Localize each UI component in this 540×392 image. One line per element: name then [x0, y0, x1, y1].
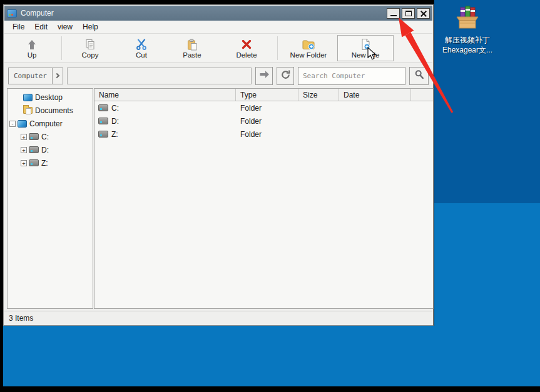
- file-type: Folder: [236, 130, 298, 139]
- desktop-icon: [23, 94, 33, 101]
- tree-item-drive-c[interactable]: + C:: [8, 130, 93, 143]
- paste-button-label: Paste: [183, 51, 201, 59]
- column-header-filler: [411, 89, 433, 101]
- file-row-drive-c[interactable]: C: Folder: [94, 101, 433, 114]
- up-button-label: Up: [28, 51, 37, 59]
- drive-icon: [29, 133, 39, 140]
- folder-plus-icon: [302, 38, 315, 51]
- expand-expander[interactable]: +: [21, 134, 27, 140]
- close-button[interactable]: [417, 8, 430, 19]
- clipboard-icon: [186, 38, 198, 51]
- menu-bar: File Edit view Help: [4, 21, 432, 34]
- search-button[interactable]: [409, 67, 429, 85]
- titlebar[interactable]: Computer: [4, 6, 432, 21]
- app-icon: [7, 9, 17, 18]
- delete-button-label: Delete: [236, 51, 257, 59]
- cut-button[interactable]: Cut: [116, 35, 166, 61]
- toolbar-separator: [277, 36, 278, 60]
- copy-icon: [84, 38, 96, 51]
- copy-button-label: Copy: [82, 51, 99, 59]
- status-bar: 3 Items: [4, 311, 432, 324]
- column-header-size[interactable]: Size: [298, 89, 339, 101]
- search-magnifier-icon: [414, 69, 424, 82]
- new-file-button-label: New File: [352, 51, 380, 59]
- tree-item-label: C:: [41, 133, 49, 141]
- tree-item-label: Desktop: [35, 93, 63, 102]
- refresh-button[interactable]: [277, 67, 294, 85]
- toolbar: Up Copy Cut Paste: [4, 34, 432, 63]
- menu-edit[interactable]: Edit: [29, 21, 53, 33]
- expand-expander[interactable]: +: [21, 160, 27, 166]
- computer-icon: [18, 120, 27, 128]
- file-list: Name Type Size Date C: Folder D: Folder …: [94, 88, 434, 309]
- list-header: Name Type Size Date: [94, 89, 433, 101]
- tree-item-documents[interactable]: Documents: [8, 104, 93, 117]
- location-chevron-button[interactable]: [53, 68, 63, 84]
- address-path-field[interactable]: [67, 68, 252, 84]
- drive-icon: [29, 146, 39, 153]
- expand-expander[interactable]: +: [21, 147, 27, 153]
- desktop-screen: 解压视频补丁 Ehexagear文... Computer File Edit …: [0, 0, 540, 392]
- scissors-icon: [135, 38, 148, 51]
- tree-item-drive-d[interactable]: + D:: [8, 143, 93, 156]
- drive-icon: [98, 104, 108, 111]
- search-input[interactable]: [298, 67, 405, 85]
- file-name: Z:: [111, 130, 118, 139]
- chevron-right-icon: [54, 73, 59, 78]
- delete-x-icon: [240, 38, 253, 51]
- tree-item-drive-z[interactable]: + Z:: [8, 156, 93, 169]
- tree-item-label: D:: [41, 146, 49, 154]
- column-header-name[interactable]: Name: [94, 89, 236, 101]
- maximize-icon: [405, 11, 412, 16]
- minimize-icon: [390, 15, 397, 16]
- up-button[interactable]: Up: [4, 35, 59, 61]
- menu-help[interactable]: Help: [78, 21, 103, 33]
- tree-item-desktop[interactable]: Desktop: [8, 91, 93, 104]
- drive-icon: [98, 131, 108, 138]
- file-type: Folder: [236, 117, 298, 126]
- address-bar: Computer: [4, 64, 432, 88]
- menu-view[interactable]: view: [53, 21, 78, 33]
- copy-button[interactable]: Copy: [64, 35, 116, 61]
- toolbar-separator: [61, 36, 62, 60]
- delete-button[interactable]: Delete: [218, 35, 275, 61]
- minimize-button[interactable]: [387, 8, 400, 19]
- new-folder-button[interactable]: New Folder: [280, 35, 337, 61]
- drive-icon: [98, 118, 108, 124]
- column-header-date[interactable]: Date: [339, 89, 411, 101]
- archive-box-icon: [453, 4, 482, 35]
- tree-item-label: Documents: [35, 106, 73, 115]
- file-row-drive-z[interactable]: Z: Folder: [94, 128, 433, 141]
- file-plus-icon: [359, 38, 372, 51]
- file-manager-window: Computer File Edit view Help Up: [3, 4, 434, 326]
- window-title: Computer: [21, 9, 383, 18]
- cut-button-label: Cut: [136, 51, 147, 59]
- folder-tree: Desktop Documents - Computer + C:: [7, 88, 93, 309]
- tree-item-computer[interactable]: - Computer: [8, 117, 93, 130]
- file-row-drive-d[interactable]: D: Folder: [94, 114, 433, 128]
- paste-button[interactable]: Paste: [166, 35, 218, 61]
- collapse-expander[interactable]: -: [9, 121, 16, 127]
- status-text: 3 Items: [9, 314, 33, 323]
- maximize-button[interactable]: [402, 8, 415, 19]
- menu-file[interactable]: File: [8, 21, 29, 33]
- go-button[interactable]: [255, 67, 273, 85]
- refresh-icon: [280, 69, 291, 83]
- new-folder-button-label: New Folder: [290, 51, 327, 59]
- file-name: D:: [111, 117, 119, 126]
- desktop-wallpaper-bottom: [3, 326, 540, 386]
- shortcut-label-line1: 解压视频补丁: [445, 35, 490, 45]
- go-arrow-icon: [259, 70, 270, 81]
- column-header-type[interactable]: Type: [236, 89, 298, 101]
- file-type: Folder: [236, 104, 298, 113]
- file-name: C:: [111, 104, 119, 113]
- new-file-button[interactable]: New File: [337, 35, 394, 61]
- up-arrow-icon: [26, 38, 38, 51]
- desktop-shortcut-archive[interactable]: 解压视频补丁 Ehexagear文...: [438, 4, 497, 55]
- drive-icon: [29, 159, 39, 166]
- tree-item-label: Z:: [41, 159, 48, 168]
- location-button[interactable]: Computer: [8, 68, 53, 84]
- shortcut-label-line2: Ehexagear文...: [442, 45, 492, 55]
- tree-item-label: Computer: [29, 119, 63, 128]
- documents-folder-icon: [23, 107, 33, 114]
